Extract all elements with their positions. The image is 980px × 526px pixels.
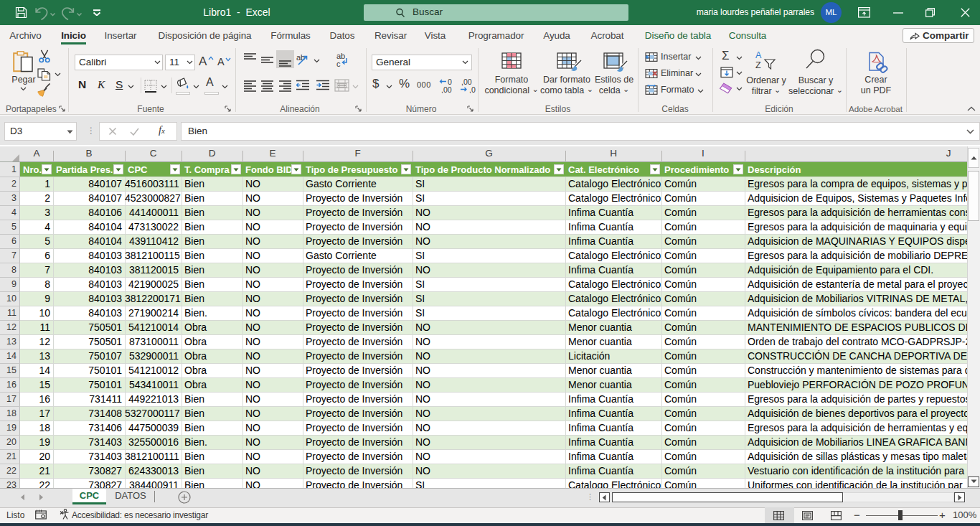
svg-text:Z: Z [755,60,761,70]
svg-text:A: A [755,50,762,60]
svg-text:,00: ,00 [441,85,452,93]
svg-text:ab: ab [296,53,305,62]
svg-text:,0: ,0 [469,85,476,93]
svg-text:c: c [336,60,341,68]
